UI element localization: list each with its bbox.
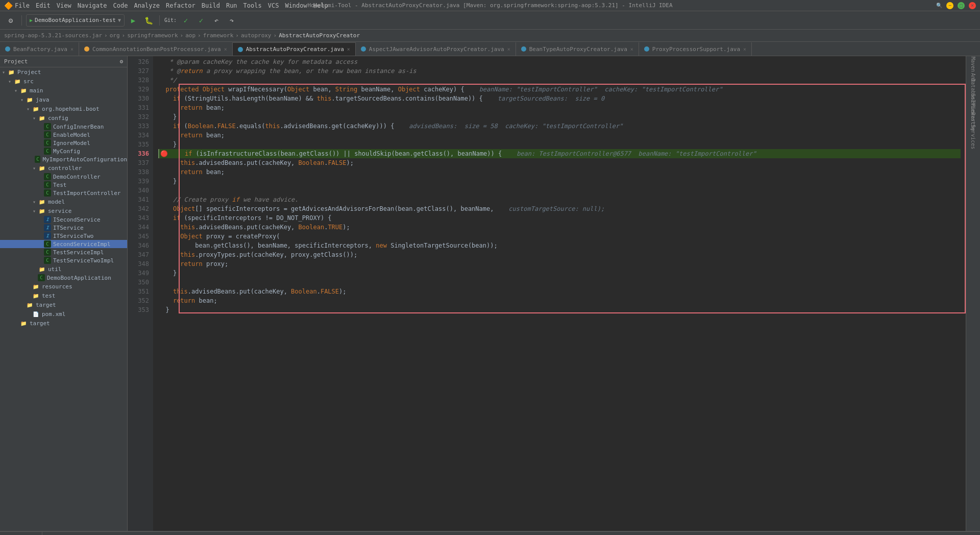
code-line-344[interactable]: this.advisedBeans.put(cacheKey, Boolean.… [158, 223, 961, 232]
code-line-336[interactable]: 🔴 if (isInfrastructureClass(bean.getClas… [158, 149, 961, 158]
code-line-333[interactable]: if (Boolean.FALSE.equals(this.advisedBea… [158, 121, 961, 131]
tree-item-util[interactable]: 📁util [0, 264, 127, 274]
tree-item-isecondservice[interactable]: IISecondService [0, 215, 127, 224]
tree-item-myimportautoconfiguration[interactable]: CMyImportAutoConfiguration [0, 155, 127, 163]
tree-item-config[interactable]: ▾📁config [0, 113, 127, 123]
tree-item-src[interactable]: ▾📁src [0, 77, 127, 86]
code-line-340[interactable] [158, 186, 961, 195]
code-line-351[interactable]: this.advisedBeans.put(cacheKey, Boolean.… [158, 287, 961, 296]
bottom-settings[interactable]: ⚙ [938, 533, 949, 536]
tab-beanfactory[interactable]: BeanFactory.java × [0, 42, 79, 56]
menu-file[interactable]: File [15, 2, 30, 9]
tree-item-pom-xml[interactable]: 📄pom.xml [0, 309, 127, 319]
tree-item-target[interactable]: 📁target [0, 300, 127, 309]
tree-item-org-hopehomi-boot[interactable]: ▾📁org.hopehomi.boot [0, 104, 127, 113]
tree-item-ignoremodel[interactable]: CIgnoreModel [0, 139, 127, 147]
tree-item-test[interactable]: CTest [0, 181, 127, 189]
code-line-328[interactable]: */ [158, 76, 961, 85]
endpoints-tab[interactable]: Endpoints [126, 532, 172, 536]
tree-item-project[interactable]: ▾📁Project [0, 67, 127, 77]
code-line-338[interactable]: return bean; [158, 167, 961, 177]
breadcrumb-autoproxy[interactable]: autoproxy [241, 32, 272, 39]
code-editor[interactable]: 3263273283293303313323333343353363373383… [128, 56, 966, 531]
code-line-347[interactable]: this.proxyTypes.put(cacheKey, proxy.getC… [158, 250, 961, 259]
menu-tools[interactable]: Tools [243, 2, 262, 9]
code-line-330[interactable]: if (StringUtils.hasLength(beanName) && t… [158, 94, 961, 103]
menu-build[interactable]: Build [202, 2, 220, 9]
menu-run[interactable]: Run [226, 2, 237, 9]
breadcrumb-class[interactable]: AbstractAutoProxyCreator [279, 32, 360, 39]
code-line-353[interactable]: } [158, 305, 961, 314]
code-line-345[interactable]: Object proxy = createProxy( [158, 232, 961, 241]
toolbar-checkmark2[interactable]: ✓ [194, 14, 208, 27]
bottom-hide[interactable]: ⌄ [965, 533, 976, 536]
toolbar-redo[interactable]: ↷ [225, 14, 238, 27]
menu-edit[interactable]: Edit [36, 2, 51, 9]
tree-item-testservicetwoimpl[interactable]: CTestServiceTwoImpl [0, 256, 127, 264]
breadcrumb-springframework[interactable]: springframework [127, 32, 178, 39]
bottom-options[interactable]: ⋮ [951, 533, 963, 536]
menu-bar[interactable]: File Edit View Navigate Code Analyze Ref… [15, 2, 328, 9]
tab-close-common[interactable]: × [224, 46, 227, 52]
menu-analyze[interactable]: Analyze [134, 2, 160, 9]
maximize-button[interactable]: □ [958, 2, 965, 9]
toolbar-settings[interactable]: ⚙ [4, 14, 17, 27]
menu-code[interactable]: Code [113, 2, 128, 9]
code-line-334[interactable]: return bean; [158, 131, 961, 140]
tab-close-abstract[interactable]: × [347, 46, 350, 52]
toolbar-git[interactable]: Git: [164, 14, 177, 27]
code-line-339[interactable]: } [158, 177, 961, 186]
code-line-329[interactable]: protected Object wrapIfNecessary(Object … [158, 85, 961, 94]
menu-refactor[interactable]: Refactor [166, 2, 195, 9]
tab-beantype[interactable]: BeanTypeAutoProxyCreator.java × [516, 42, 639, 56]
code-line-346[interactable]: bean.getClass(), beanName, specificInter… [158, 241, 961, 250]
menu-vcs[interactable]: VCS [268, 2, 279, 9]
tab-close-beantype[interactable]: × [630, 46, 633, 52]
run-button[interactable]: ▶ [127, 14, 140, 27]
tree-item-target[interactable]: 📁target [0, 319, 127, 328]
code-line-343[interactable]: if (specificInterceptors != DO_NOT_PROXY… [158, 213, 961, 223]
services-label[interactable]: Services [0, 532, 42, 535]
tree-item-itservicetwo[interactable]: IITServiceTwo [0, 232, 127, 240]
breakpoint-marker-336[interactable]: 🔴 [160, 150, 168, 157]
tree-item-myconfig[interactable]: CMyConfig [0, 147, 127, 155]
code-line-349[interactable]: } [158, 269, 961, 278]
debugger-tab[interactable]: Debugger [46, 532, 88, 536]
tree-item-demobootapplication[interactable]: CDemoBootApplication [0, 274, 127, 282]
maven-icon[interactable]: Maven [967, 58, 979, 70]
close-button[interactable]: × [969, 2, 976, 9]
tab-close-beanfactory[interactable]: × [70, 46, 74, 52]
toolbar-undo[interactable]: ↶ [210, 14, 223, 27]
tree-item-configinnerbean[interactable]: CConfigInnerBean [0, 123, 127, 131]
tree-item-testserviceimpl[interactable]: CTestServiceImpl [0, 248, 127, 256]
tree-item-controller[interactable]: ▾📁controller [0, 163, 127, 173]
tree-item-service[interactable]: ▾📁service [0, 206, 127, 215]
tab-close-proxy[interactable]: × [743, 46, 746, 52]
tab-commonannotation[interactable]: CommonAnnotationBeanPostProcessor.java × [79, 42, 233, 56]
code-line-331[interactable]: return bean; [158, 103, 961, 112]
project-settings-icon[interactable]: ⚙ [119, 58, 123, 65]
code-line-335[interactable]: } [158, 140, 961, 149]
menu-navigate[interactable]: Navigate [78, 2, 107, 9]
run-config-dropdown[interactable]: ▶ DemoBootApplication-test ▼ [26, 14, 125, 27]
tree-item-democontroller[interactable]: CDemoController [0, 173, 127, 181]
tab-abstractautoproxy[interactable]: AbstractAutoProxyCreator.java × [233, 42, 356, 56]
breadcrumb-aop[interactable]: aop [185, 32, 195, 39]
code-line-342[interactable]: Object[] specificInterceptors = getAdvic… [158, 204, 961, 213]
code-line-337[interactable]: this.advisedBeans.put(cacheKey, Boolean.… [158, 158, 961, 167]
breadcrumb-org[interactable]: org [110, 32, 120, 39]
code-line-341[interactable]: // Create proxy if we have advice. [158, 195, 961, 204]
code-line-352[interactable]: return bean; [158, 296, 961, 305]
tree-item-main[interactable]: ▾📁main [0, 86, 127, 95]
code-content-area[interactable]: 3263273283293303313323333343353363373383… [128, 56, 966, 531]
tree-item-model[interactable]: ▾📁model [0, 197, 127, 206]
breadcrumb-framework[interactable]: framework [203, 32, 234, 39]
tree-item-java[interactable]: ▾📁java [0, 95, 127, 104]
tree-item-itservice[interactable]: IITService [0, 224, 127, 232]
minimize-button[interactable]: − [946, 2, 953, 9]
code-lines[interactable]: * @param cacheKey the cache key for meta… [153, 56, 966, 531]
code-line-348[interactable]: return proxy; [158, 259, 961, 269]
tree-item-resources[interactable]: 📁resources [0, 282, 127, 291]
debug-button[interactable]: 🐛 [142, 14, 155, 27]
code-line-326[interactable]: * @param cacheKey the cache key for meta… [158, 57, 961, 66]
